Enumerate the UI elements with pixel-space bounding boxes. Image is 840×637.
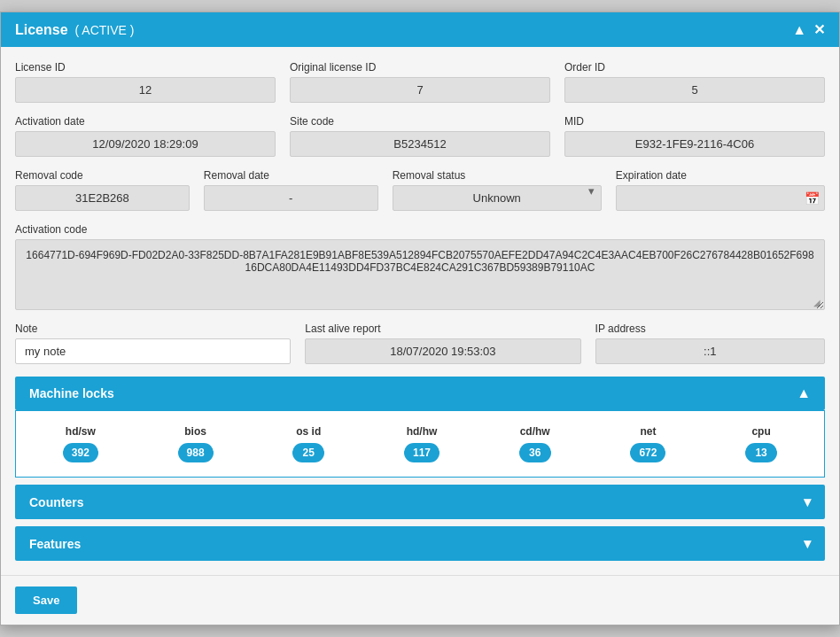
- lock-item: bios 988: [178, 425, 214, 462]
- row-activation-code: Activation code 1664771D-694F969D-FD02D2…: [15, 223, 825, 310]
- removal-code-input[interactable]: [15, 185, 190, 211]
- lock-label-6: cpu: [751, 425, 770, 438]
- group-removal-code: Removal code: [15, 169, 190, 211]
- ip-address-input[interactable]: [595, 338, 825, 364]
- group-removal-status: Removal status Unknown Pending Removed: [393, 169, 602, 211]
- group-order-id: Order ID: [564, 61, 825, 103]
- lock-label-2: os id: [296, 425, 321, 438]
- lock-label-0: hd/sw: [66, 425, 96, 438]
- group-original-license-id: Original license ID: [290, 61, 550, 103]
- features-section: Features ▾: [15, 526, 825, 561]
- lock-label-4: cd/hw: [520, 425, 550, 438]
- modal-status-text: ( ACTIVE ): [75, 23, 135, 37]
- activation-date-label: Activation date: [15, 115, 276, 128]
- activation-date-input[interactable]: [15, 131, 276, 157]
- lock-badge-6: 13: [745, 443, 777, 462]
- lock-item: cpu 13: [745, 425, 777, 462]
- group-license-id: License ID: [15, 61, 276, 103]
- lock-label-1: bios: [184, 425, 206, 438]
- lock-badge-5: 672: [630, 443, 665, 462]
- group-activation-code: Activation code 1664771D-694F969D-FD02D2…: [15, 223, 825, 310]
- license-id-input[interactable]: [15, 77, 276, 103]
- note-label: Note: [15, 322, 291, 335]
- mid-label: MID: [564, 115, 825, 128]
- counters-header[interactable]: Counters ▾: [15, 485, 825, 519]
- order-id-label: Order ID: [564, 61, 825, 74]
- order-id-input[interactable]: [564, 77, 825, 103]
- row-2: Activation date Site code MID: [15, 115, 825, 157]
- lock-badge-1: 988: [178, 443, 214, 462]
- ip-address-label: IP address: [595, 322, 825, 335]
- removal-code-label: Removal code: [15, 169, 190, 182]
- activation-code-label: Activation code: [15, 223, 825, 236]
- minimize-icon[interactable]: ▲: [792, 22, 806, 38]
- lock-item: hd/hw 117: [404, 425, 439, 462]
- row-1: License ID Original license ID Order ID: [15, 61, 825, 103]
- group-removal-date: Removal date: [204, 169, 378, 211]
- group-ip-address: IP address: [595, 322, 825, 364]
- group-mid: MID: [564, 115, 825, 157]
- modal-title-text: License: [15, 22, 68, 38]
- counters-title: Counters: [29, 495, 83, 509]
- original-license-id-label: Original license ID: [290, 61, 550, 74]
- machine-locks-header[interactable]: Machine locks ▲: [15, 377, 825, 410]
- modal-footer: Save: [1, 575, 839, 625]
- machine-locks-body: hd/sw 392 bios 988 os id 25 hd/hw 117 cd…: [15, 410, 825, 478]
- lock-badge-4: 36: [519, 443, 551, 462]
- group-activation-date: Activation date: [15, 115, 276, 157]
- save-button[interactable]: Save: [15, 587, 77, 614]
- mid-input[interactable]: [564, 131, 825, 157]
- activation-code-box[interactable]: 1664771D-694F969D-FD02D2A0-33F825DD-8B7A…: [15, 239, 825, 310]
- note-input[interactable]: [15, 338, 291, 364]
- last-alive-report-input[interactable]: [305, 338, 580, 364]
- group-expiration-date: Expiration date 📅: [616, 169, 825, 211]
- modal-header-icons: ▲ ✕: [792, 21, 825, 38]
- group-note: Note: [15, 322, 291, 364]
- lock-label-5: net: [640, 425, 656, 438]
- license-modal: License ( ACTIVE ) ▲ ✕ License ID Origin…: [0, 12, 840, 625]
- features-header[interactable]: Features ▾: [15, 526, 825, 561]
- row-3: Removal code Removal date Removal status…: [15, 169, 825, 211]
- features-expand-icon: ▾: [804, 535, 811, 552]
- machine-locks-grid: hd/sw 392 bios 988 os id 25 hd/hw 117 cd…: [23, 425, 817, 462]
- lock-label-3: hd/hw: [407, 425, 438, 438]
- removal-status-label: Removal status: [393, 169, 602, 182]
- close-icon[interactable]: ✕: [813, 21, 825, 38]
- machine-locks-section: Machine locks ▲ hd/sw 392 bios 988 os id…: [15, 377, 825, 478]
- lock-badge-0: 392: [63, 443, 98, 462]
- site-code-label: Site code: [290, 115, 550, 128]
- removal-date-input[interactable]: [204, 185, 378, 211]
- modal-title: License ( ACTIVE ): [15, 22, 135, 38]
- lock-badge-3: 117: [404, 443, 439, 462]
- calendar-icon[interactable]: 📅: [805, 191, 820, 206]
- modal-header: License ( ACTIVE ) ▲ ✕: [1, 12, 839, 47]
- features-title: Features: [29, 537, 81, 551]
- removal-date-label: Removal date: [204, 169, 378, 182]
- lock-item: os id 25: [292, 425, 324, 462]
- group-site-code: Site code: [290, 115, 550, 157]
- counters-expand-icon: ▾: [804, 493, 811, 510]
- machine-locks-title: Machine locks: [29, 386, 114, 400]
- group-last-alive-report: Last alive report: [305, 322, 580, 364]
- expiration-date-wrap: 📅: [616, 185, 825, 211]
- lock-item: cd/hw 36: [519, 425, 551, 462]
- license-id-label: License ID: [15, 61, 276, 74]
- row-4: Note Last alive report IP address: [15, 322, 825, 364]
- site-code-input[interactable]: [290, 131, 550, 157]
- original-license-id-input[interactable]: [290, 77, 550, 103]
- expiration-date-label: Expiration date: [616, 169, 825, 182]
- lock-item: net 672: [630, 425, 665, 462]
- modal-body: License ID Original license ID Order ID …: [1, 47, 839, 575]
- lock-item: hd/sw 392: [63, 425, 98, 462]
- removal-status-select[interactable]: Unknown Pending Removed: [393, 185, 602, 211]
- counters-section: Counters ▾: [15, 485, 825, 519]
- last-alive-report-label: Last alive report: [305, 322, 580, 335]
- expiration-date-input[interactable]: [616, 185, 825, 211]
- lock-badge-2: 25: [292, 443, 324, 462]
- machine-locks-expand-icon: ▲: [797, 385, 811, 401]
